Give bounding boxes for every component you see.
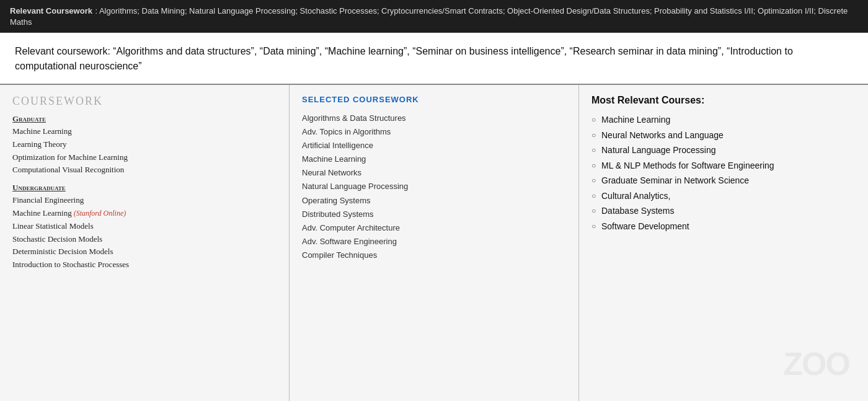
top-banner: Relevant Coursework : Algorithms; Data M… [0,0,868,33]
col1-title: Coursework [12,95,277,108]
col-most-relevant: Most Relevant Courses: ○ Machine Learnin… [579,85,868,401]
grad-course-ml: Machine Learning [12,125,277,138]
selected-course-ml: Machine Learning [302,152,566,166]
relevant-course-gsns-text: Graduate Seminar in Network Science [601,173,749,188]
grad-course-cvr: Computational Visual Recognition [12,164,277,177]
selected-course-os: Operating Systems [302,194,566,208]
selected-course-ct: Compiler Techniques [302,249,566,262]
stanford-online-note: (Stanford Online) [72,209,126,218]
selected-course-aca: Adv. Computer Architecture [302,221,566,235]
relevant-course-nnl-text: Neural Networks and Language [601,128,724,143]
screenshot-container: Relevant Coursework : Algorithms; Data M… [0,0,868,401]
relevant-course-nlp-text: Natural Language Processing [601,143,715,158]
relevant-course-db: ○ Database Systems [591,203,856,219]
relevant-course-gsns: ○ Graduate Seminar in Network Science [591,173,856,188]
relevant-course-mlnlp: ○ ML & NLP Methods for Software Engineer… [591,158,856,174]
relevant-course-ml: ○ Machine Learning [591,112,856,128]
col2-title: Selected Coursework [302,95,566,104]
relevant-courses-list: ○ Machine Learning ○ Neural Networks and… [591,112,856,234]
relevant-course-sd: ○ Software Development [591,219,856,234]
bullet-db: ○ [591,205,601,218]
selected-courses-list: Algorithms & Data Structures Adv. Topics… [302,112,566,262]
col3-title: Most Relevant Courses: [591,95,856,106]
bullet-ml: ○ [591,113,601,126]
undergrad-course-ml: Machine Learning (Stanford Online) [12,207,277,220]
relevant-course-ml-text: Machine Learning [601,112,670,128]
selected-course-ai: Artificial Intelligence [302,139,566,152]
bullet-nlp: ○ [591,144,601,157]
col-coursework: Coursework Graduate Machine Learning Lea… [0,85,290,401]
selected-course-adv-alg: Adv. Topics in Algorithms [302,125,566,139]
bullet-gsns: ○ [591,174,601,187]
selected-course-nn: Neural Networks [302,166,566,180]
graduate-courses-list: Machine Learning Learning Theory Optimiz… [12,125,277,177]
relevant-coursework-text: : Algorithms; Data Mining; Natural Langu… [10,6,848,27]
relevant-course-ca-text: Cultural Analytics, [601,188,670,204]
relevant-course-mlnlp-text: ML & NLP Methods for Software Engineerin… [601,158,774,174]
undergrad-course-isp: Introduction to Stochastic Processes [12,258,277,271]
undergrad-course-sdm: Stochastic Decision Models [12,233,277,246]
relevant-course-nnl: ○ Neural Networks and Language [591,128,856,143]
selected-course-nlp: Natural Language Processing [302,180,566,193]
selected-course-ads: Algorithms & Data Structures [302,112,566,125]
bullet-sd: ○ [591,220,601,233]
doc-text: Relevant coursework: “Algorithms and dat… [15,46,793,71]
undergrad-course-fe: Financial Engineering [12,194,277,207]
relevant-course-db-text: Database Systems [601,203,675,219]
grad-course-lt: Learning Theory [12,138,277,151]
selected-course-ase: Adv. Software Engineering [302,235,566,249]
undergrad-courses-list: Financial Engineering Machine Learning (… [12,194,277,271]
grad-course-opt: Optimization for Machine Learning [12,151,277,164]
relevant-course-sd-text: Software Development [601,219,689,234]
bullet-ca: ○ [591,190,601,203]
selected-course-ds: Distributed Systems [302,208,566,221]
columns-section: Coursework Graduate Machine Learning Lea… [0,85,868,401]
relevant-course-ca: ○ Cultural Analytics, [591,188,856,204]
undergrad-course-ddm: Deterministic Decision Models [12,245,277,258]
bullet-mlnlp: ○ [591,159,601,172]
undergrad-course-lsm: Linear Statistical Models [12,220,277,233]
bullet-nnl: ○ [591,129,601,142]
relevant-coursework-label: Relevant Coursework [10,6,92,15]
relevant-course-nlp: ○ Natural Language Processing [591,143,856,158]
col-selected-coursework: Selected Coursework Algorithms & Data St… [290,85,579,401]
undergrad-header: Undergraduate [12,183,277,193]
doc-area: Relevant coursework: “Algorithms and dat… [0,33,868,85]
graduate-header: Graduate [12,114,277,124]
